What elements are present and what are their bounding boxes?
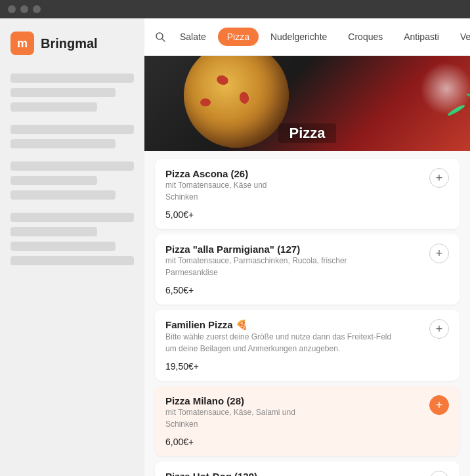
menu-card-info: Pizza Ascona (26)mit Tomatensauce, Käse …: [165, 168, 301, 203]
add-to-cart-button[interactable]: +: [429, 168, 449, 188]
nav-tab-pizza[interactable]: Pizza: [218, 28, 259, 46]
hero-overlay: Pizza: [144, 56, 470, 151]
add-to-cart-button[interactable]: +: [429, 319, 449, 339]
menu-card: Pizza "alla Parmigiana" (127)mit Tomaten…: [155, 234, 459, 305]
add-to-cart-button[interactable]: +: [429, 471, 449, 476]
menu-card: Pizza Ascona (26)mit Tomatensauce, Käse …: [155, 159, 459, 229]
sidebar: m Bringmal: [0, 18, 144, 476]
sidebar-skeleton-3: [11, 102, 97, 112]
nav-tab-salate[interactable]: Salate: [171, 28, 215, 46]
search-icon: [155, 32, 165, 42]
nav-tab-vegetarisch[interactable]: Vegetarisch: [451, 28, 470, 46]
menu-list: Pizza Ascona (26)mit Tomatensauce, Käse …: [144, 151, 470, 476]
hero-title: Pizza: [278, 123, 335, 143]
menu-card-info: Familien Pizza 🍕Bitte wähle zuerst deine…: [165, 319, 429, 355]
menu-item-title: Familien Pizza 🍕: [165, 319, 429, 331]
add-to-cart-button[interactable]: +: [429, 395, 449, 415]
search-button[interactable]: [155, 26, 165, 47]
menu-item-title: Pizza Hot-Dog (129): [165, 471, 408, 476]
menu-card-header: Pizza Hot-Dog (129)mit Senf, Ketchup, Wü…: [165, 471, 449, 476]
titlebar-dot-3: [33, 5, 41, 13]
titlebar-dot-1: [8, 5, 16, 13]
menu-card-info: Pizza "alla Parmigiana" (127)mit Tomaten…: [165, 244, 402, 278]
menu-card: Pizza Milano (28)mit Tomatensauce, Käse,…: [155, 386, 459, 456]
app-body: m Bringmal: [0, 18, 470, 476]
sidebar-skeleton-7: [11, 176, 97, 185]
sidebar-skeleton-8: [11, 190, 116, 200]
titlebar: [0, 0, 470, 18]
sidebar-nav-group-4: [11, 213, 134, 265]
nav-tab-croques[interactable]: Croques: [339, 28, 392, 46]
sidebar-skeleton-5: [11, 139, 116, 148]
nav-tab-antipasti[interactable]: Antipasti: [395, 28, 448, 46]
sidebar-nav-group-2: [11, 125, 134, 148]
menu-card-header: Pizza "alla Parmigiana" (127)mit Tomaten…: [165, 244, 449, 278]
sidebar-nav-group-1: [11, 74, 134, 112]
menu-item-title: Pizza Ascona (26): [165, 168, 301, 179]
sidebar-skeleton-6: [11, 162, 134, 171]
menu-card: Pizza Hot-Dog (129)mit Senf, Ketchup, Wü…: [155, 462, 459, 476]
menu-item-price: 19,50€+: [165, 361, 449, 372]
sidebar-skeleton-2: [11, 88, 116, 97]
sidebar-skeleton-11: [11, 242, 116, 251]
menu-item-title: Pizza Milano (28): [165, 395, 330, 406]
sidebar-skeleton-9: [11, 213, 134, 222]
nav-tabs: SalatePizzaNudelgerichteCroquesAntipasti…: [171, 28, 470, 46]
menu-item-title: Pizza "alla Parmigiana" (127): [165, 244, 402, 255]
menu-card-header: Familien Pizza 🍕Bitte wähle zuerst deine…: [165, 319, 449, 355]
menu-item-description: mit Tomatensauce, Käse und Schinken: [165, 179, 288, 203]
menu-card-info: Pizza Milano (28)mit Tomatensauce, Käse,…: [165, 395, 330, 430]
sidebar-nav-group-3: [11, 162, 134, 200]
sidebar-skeleton-4: [11, 125, 134, 134]
logo-icon-letter: m: [17, 37, 28, 51]
menu-card-header: Pizza Milano (28)mit Tomatensauce, Käse,…: [165, 395, 449, 430]
menu-card-header: Pizza Ascona (26)mit Tomatensauce, Käse …: [165, 168, 449, 203]
sidebar-skeleton-1: [11, 74, 134, 83]
titlebar-dot-2: [20, 5, 28, 13]
menu-item-description: Bitte wähle zuerst deine Größe und nutze…: [165, 331, 403, 355]
navbar: SalatePizzaNudelgerichteCroquesAntipasti…: [144, 18, 470, 56]
logo[interactable]: m Bringmal: [11, 32, 134, 55]
menu-item-price: 6,00€+: [165, 437, 449, 447]
menu-item-price: 6,50€+: [165, 285, 449, 295]
menu-card: Familien Pizza 🍕Bitte wähle zuerst deine…: [155, 310, 459, 381]
add-to-cart-button[interactable]: +: [429, 244, 449, 263]
sidebar-skeleton-10: [11, 227, 97, 236]
sidebar-skeleton-12: [11, 256, 134, 265]
logo-text: Bringmal: [41, 36, 98, 51]
menu-item-price: 5,00€+: [165, 209, 449, 220]
menu-item-description: mit Tomatensauce, Parmaschinken, Rucola,…: [165, 255, 378, 278]
nav-tab-nudelgerichte[interactable]: Nudelgerichte: [261, 28, 336, 46]
menu-item-description: mit Tomatensauce, Käse, Salami und Schin…: [165, 406, 314, 430]
hero-banner: Pizza: [144, 56, 470, 151]
svg-line-1: [162, 39, 165, 41]
main-content: SalatePizzaNudelgerichteCroquesAntipasti…: [144, 18, 470, 476]
logo-icon: m: [11, 32, 34, 55]
menu-card-info: Pizza Hot-Dog (129)mit Senf, Ketchup, Wü…: [165, 471, 408, 476]
